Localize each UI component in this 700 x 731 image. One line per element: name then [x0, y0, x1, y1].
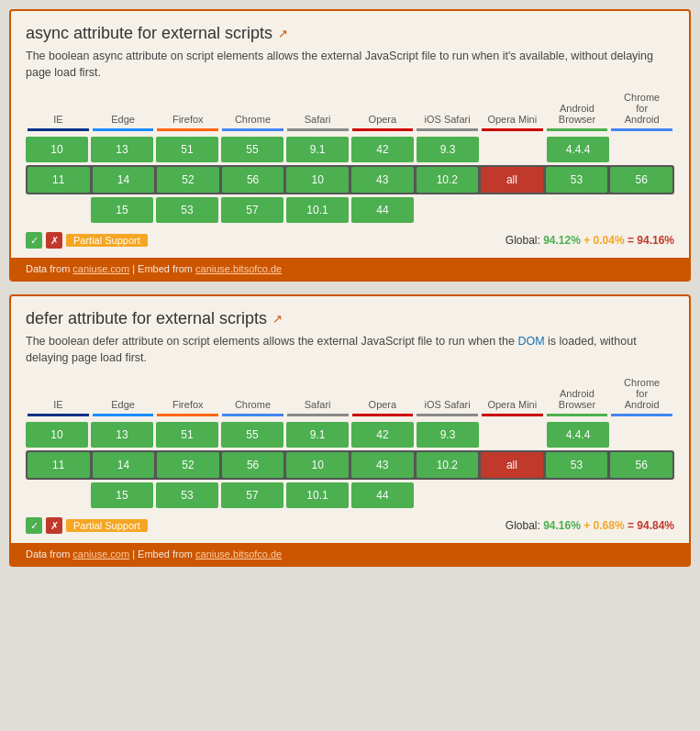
browser-row-0: 101351559.1429.34.4.4	[26, 137, 674, 162]
cell-r2-c5: 44	[351, 482, 414, 508]
global-green: 94.12%	[543, 234, 581, 247]
cell-r2-c9	[612, 482, 674, 508]
card-description: The boolean defer attribute on script el…	[26, 334, 674, 366]
browser-row-1-wrapper: 11145256104310.2all5356	[26, 450, 674, 480]
data-footer: Data from caniuse.com | Embed from caniu…	[11, 258, 689, 280]
card-description: The boolean async attribute on script el…	[26, 49, 674, 81]
external-link[interactable]: ↗	[272, 312, 283, 326]
cell-r2-c9	[612, 197, 674, 223]
cell-r1-c5: 43	[351, 452, 414, 478]
cell-r1-c0: 11	[28, 452, 90, 478]
browser-header-android-browser: Android Browser	[545, 103, 610, 125]
cell-r2-c1: 15	[91, 482, 153, 508]
divider-seg-5	[352, 128, 414, 131]
browser-header-chrome-for-android: ChromeforAndroid	[609, 92, 674, 125]
embed-link[interactable]: caniuse.bitsofco.de	[195, 548, 282, 559]
global-stats: Global: 94.16% + 0.68% = 94.84%	[506, 519, 674, 532]
divider-seg-4	[287, 414, 349, 416]
browser-divider	[26, 128, 674, 131]
cell-r0-c4: 9.1	[286, 422, 349, 448]
browser-header-ios-safari: iOS Safari	[415, 114, 480, 125]
cell-r0-c3: 55	[221, 422, 283, 448]
cell-r1-c8: 53	[546, 167, 608, 193]
cell-r1-c8: 53	[546, 452, 608, 478]
cell-r1-c1: 14	[93, 452, 155, 478]
embed-link[interactable]: caniuse.bitsofco.de	[195, 263, 282, 274]
divider-seg-3	[222, 414, 283, 416]
divider-seg-2	[157, 128, 218, 131]
cell-r0-c2: 51	[156, 137, 218, 162]
cell-r0-c6: 9.3	[417, 137, 479, 162]
cell-r0-c5: 42	[351, 137, 414, 162]
legend-check: ✓	[26, 517, 42, 534]
external-link[interactable]: ↗	[278, 27, 288, 40]
legend-x: ✗	[46, 232, 62, 249]
cell-r1-c2: 52	[157, 167, 219, 193]
cell-r2-c1: 15	[91, 197, 153, 223]
cell-r1-c6: 10.2	[417, 167, 479, 193]
divider-seg-7	[482, 128, 543, 131]
divider-seg-4	[287, 128, 349, 131]
browser-header-chrome: Chrome	[220, 399, 285, 410]
divider-seg-1	[93, 128, 154, 131]
cell-r1-c6: 10.2	[417, 452, 479, 478]
cell-r0-c0: 10	[26, 422, 88, 448]
cell-r2-c8	[547, 197, 609, 223]
legend-x: ✗	[46, 517, 62, 534]
cell-r2-c8	[547, 482, 609, 508]
footer-row: ✓ ✗ Partial Support Global: 94.12% + 0.0…	[26, 232, 674, 249]
browser-rows: 101351559.1429.34.4.411145256104310.2all…	[26, 422, 674, 508]
divider-seg-6	[417, 128, 478, 131]
browser-divider	[26, 414, 674, 416]
cell-r1-c2: 52	[157, 452, 219, 478]
cell-r2-c4: 10.1	[286, 482, 349, 508]
browser-header-safari: Safari	[285, 114, 350, 125]
browser-row-2: 15535710.144	[26, 482, 674, 508]
browser-header-android-browser: Android Browser	[545, 388, 610, 410]
cell-r2-c6	[417, 197, 479, 223]
browser-headers: IEEdgeFirefoxChromeSafariOperaiOS Safari…	[26, 92, 674, 125]
legend-check: ✓	[26, 232, 42, 249]
browser-header-safari: Safari	[285, 399, 350, 410]
legend-partial: Partial Support	[66, 519, 148, 532]
data-footer: Data from caniuse.com | Embed from caniu…	[11, 543, 689, 565]
footer-row: ✓ ✗ Partial Support Global: 94.16% + 0.6…	[26, 517, 674, 534]
browser-row-0: 101351559.1429.34.4.4	[26, 422, 674, 448]
cell-r0-c7	[482, 137, 544, 162]
cell-r0-c1: 13	[91, 137, 153, 162]
cell-r1-c5: 43	[351, 167, 414, 193]
divider-seg-5	[352, 414, 414, 416]
cell-r2-c0	[26, 197, 88, 223]
card-defer: defer attribute for external scripts ↗Th…	[9, 294, 691, 567]
cell-r1-c7: all	[481, 452, 543, 478]
cell-r0-c3: 55	[221, 137, 283, 162]
browser-header-opera-mini: Opera Mini	[480, 399, 545, 410]
dom-link[interactable]: DOM	[517, 335, 544, 348]
browser-header-firefox: Firefox	[155, 399, 220, 410]
cell-r1-c4: 10	[286, 452, 349, 478]
cell-r1-c9: 56	[610, 452, 672, 478]
global-orange: + 0.04%	[583, 234, 624, 247]
cell-r1-c4: 10	[286, 167, 349, 193]
cell-r0-c2: 51	[156, 422, 218, 448]
divider-seg-1	[93, 414, 154, 416]
browser-header-edge: Edge	[91, 114, 156, 125]
card-title: defer attribute for external scripts ↗	[26, 309, 674, 328]
cell-r0-c9	[612, 422, 674, 448]
cell-r1-c9: 56	[610, 167, 672, 193]
cell-r2-c0	[26, 482, 88, 508]
browser-row-1-wrapper: 11145256104310.2all5356	[26, 165, 674, 194]
browser-rows: 101351559.1429.34.4.411145256104310.2all…	[26, 137, 674, 223]
cell-r1-c7: all	[481, 167, 543, 193]
legend: ✓ ✗ Partial Support	[26, 517, 148, 534]
caniuse-link[interactable]: caniuse.com	[72, 263, 129, 274]
divider-seg-0	[28, 128, 89, 131]
cell-r2-c6	[417, 482, 479, 508]
browser-row-2: 15535710.144	[26, 197, 674, 223]
cell-r1-c1: 14	[93, 167, 155, 193]
cell-r0-c8: 4.4.4	[547, 422, 609, 448]
title-text: defer attribute for external scripts	[26, 309, 267, 328]
browser-header-opera-mini: Opera Mini	[480, 114, 545, 125]
divider-seg-9	[611, 414, 672, 416]
caniuse-link[interactable]: caniuse.com	[72, 548, 129, 559]
